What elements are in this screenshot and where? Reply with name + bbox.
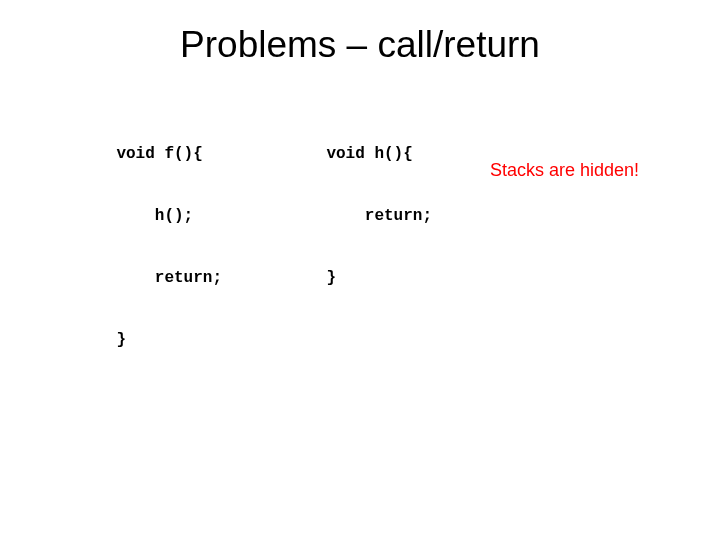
slide-title: Problems – call/return: [0, 24, 720, 66]
code-h-return: return;: [326, 208, 432, 224]
code-f-call-h: h();: [116, 208, 326, 224]
code-h-decl: void h(){: [326, 146, 412, 162]
code-block: void f(){void h(){ h(); return; return;}…: [78, 130, 518, 378]
code-h-close: }: [326, 270, 336, 286]
code-f-return: return;: [116, 270, 326, 286]
code-f-decl: void f(){: [116, 146, 326, 162]
code-f-close: }: [116, 332, 326, 348]
annotation-text: Stacks are hidden!: [490, 160, 639, 181]
